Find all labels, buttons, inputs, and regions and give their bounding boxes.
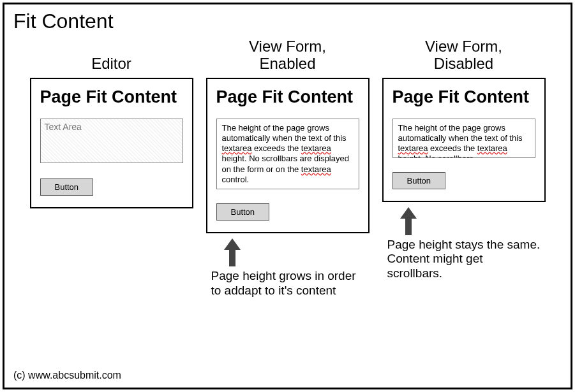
col-editor: Editor Page Fit Content Text Area Button <box>28 34 195 208</box>
button-editor[interactable]: Button <box>40 178 94 196</box>
col-enabled: View Form, Enabled Page Fit Content The … <box>204 34 371 298</box>
arrow-block-disabled: Page height stays the same. Content migh… <box>387 207 541 281</box>
main-title: Fit Content <box>13 10 562 33</box>
outer-frame: Fit Content Editor Page Fit Content Text… <box>3 3 572 389</box>
col-enabled-label: View Form, Enabled <box>249 34 326 73</box>
caption-enabled: Page height grows in order to addapt to … <box>211 269 364 298</box>
col-disabled: View Form, Disabled Page Fit Content The… <box>380 34 548 281</box>
col-disabled-label: View Form, Disabled <box>425 34 502 73</box>
textarea-editor[interactable]: Text Area <box>40 119 183 163</box>
arrow-block-enabled: Page height grows in order to addapt to … <box>211 238 364 298</box>
textarea-disabled[interactable]: The height of the page grows automatical… <box>392 119 535 158</box>
svg-marker-1 <box>400 207 417 235</box>
textarea-enabled[interactable]: The height of the page grows automatical… <box>216 119 359 190</box>
svg-marker-0 <box>224 238 241 266</box>
panel-disabled-title: Page Fit Content <box>392 88 535 107</box>
arrow-up-icon <box>400 207 417 235</box>
footer-text: (c) www.abcsubmit.com <box>13 370 121 381</box>
panel-disabled: Page Fit Content The height of the page … <box>382 78 546 202</box>
columns: Editor Page Fit Content Text Area Button… <box>13 34 562 298</box>
button-enabled[interactable]: Button <box>216 203 270 221</box>
button-disabled[interactable]: Button <box>392 172 446 189</box>
panel-enabled: Page Fit Content The height of the page … <box>206 78 370 233</box>
panel-enabled-title: Page Fit Content <box>216 88 359 107</box>
col-editor-label: Editor <box>91 34 131 73</box>
panel-editor: Page Fit Content Text Area Button <box>30 78 193 208</box>
panel-editor-title: Page Fit Content <box>40 88 183 107</box>
caption-disabled: Page height stays the same. Content migh… <box>387 238 541 281</box>
arrow-up-icon <box>224 238 241 266</box>
